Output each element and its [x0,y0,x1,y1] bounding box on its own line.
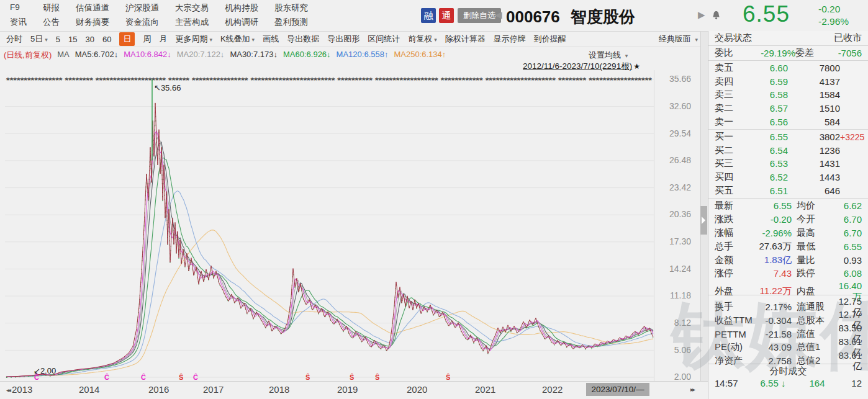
toolbar-item[interactable]: 15 [68,35,77,44]
ma-settings-button[interactable]: 设置均线 ▾ [589,50,628,61]
stat-value: -0.20 [753,214,792,225]
scroll-left-icon[interactable]: ◂◂ [6,387,10,393]
stat-value: 6.70 [835,228,862,238]
toolbar-items: 分时5日▾5153060日周月更多周期▾K线叠加▾画线导出数据导出图形区间统计前… [6,32,574,46]
tick-count: 12 [838,378,862,392]
candlestick-chart[interactable]: **************** ******** **************… [5,70,654,381]
menu-item[interactable]: F9 [4,1,33,16]
stat-row: 总手27.63万最低6.55 [708,240,868,253]
toolbar-item[interactable]: 5日▾ [30,34,48,45]
level-price: 6.60 [743,63,788,73]
chart-toolbar: 分时5日▾5153060日周月更多周期▾K线叠加▾画线导出数据导出图形区间统计前… [0,32,708,47]
stat-label: 涨幅 [715,227,753,239]
event-marker-S: Ŝ [179,374,183,381]
ma-settings-label: 设置均线 [589,50,621,60]
toolbar-item[interactable]: 前复权▾ [408,34,437,45]
toolbar-item[interactable]: 显示停牌 [494,34,526,45]
price-change-block: -0.20 -2.96% [818,3,849,28]
panel-collapse-handle[interactable] [700,206,707,235]
ask-row[interactable]: 卖二6.571510 [708,102,868,115]
menu-item[interactable]: 盈利预测 [268,16,314,30]
toolbar-item[interactable]: 60 [102,35,111,44]
level-price: 6.56 [743,117,788,127]
toolbar-item[interactable]: 导出图形 [327,34,359,45]
stat-value: 83.61亿 [835,350,862,372]
stock-title: 000676 智度股份 [506,6,635,28]
weibi-value: -29.19% [742,48,795,58]
classic-layout-button[interactable]: 经典版面 ▾ [659,34,698,45]
ask-row[interactable]: 卖三6.581584 [708,88,868,102]
ask-row[interactable]: 卖四6.594137 [708,75,868,89]
price-alert-bell-icon[interactable] [712,11,721,24]
stat-value: 1.83亿 [753,254,792,266]
toolbar-item[interactable]: 区间统计 [368,34,400,45]
toolbar-item[interactable]: 画线 [263,34,279,45]
toolbar-item[interactable]: K线叠加▾ [220,34,255,45]
toolbar-item[interactable]: 日 [119,32,135,46]
stat-value: 6.55 [753,200,792,211]
price-line-green [6,104,653,377]
bid-row[interactable]: 买四6.521443 [708,171,868,184]
menu-item[interactable]: 机构持股 [219,1,264,16]
stat-label: 涨跌 [715,213,753,225]
bid-row[interactable]: 买二6.541236 [708,144,868,158]
ma-indicator-row: (日线,前复权)MAMA5:6.702↓MA10:6.842↓MA20:7.12… [4,50,446,61]
menu-item[interactable]: 主营构成 [169,16,215,30]
prev-stock-arrow-icon[interactable]: ◀ [495,9,502,20]
margin-badge-tong[interactable]: 通 [439,8,454,23]
menu-item[interactable]: 沪深股通 [119,1,165,16]
news-marker-band: **************** ******** **************… [6,76,653,85]
stat-label: 总值1 [792,341,835,353]
toolbar-item[interactable]: 到价提醒 [534,34,566,45]
menu-item[interactable]: 机构调研 [219,16,264,30]
menu-item[interactable]: 资讯 [4,16,33,30]
toolbar-item[interactable]: 30 [85,35,94,44]
chevron-down-icon: ▾ [695,37,698,43]
scroll-right-icon[interactable]: ▸▸ [690,386,694,393]
bid-row[interactable]: 买五6.51646 [708,184,868,197]
y-axis-label: 35.66 [654,74,691,84]
level-price: 6.59 [743,76,788,87]
stat-value: 27.63万 [753,241,792,253]
menu-item[interactable]: 财务摘要 [70,16,115,30]
trade-status-label: 交易状态 [715,32,752,44]
toolbar-item[interactable]: 更多周期▾ [175,34,212,45]
menu-item[interactable]: 股东研究 [268,1,314,16]
divider [708,129,868,130]
chevron-down-icon: ▾ [434,37,437,43]
date-range-link[interactable]: 2012/11/6-2023/7/10(2291根)★ [523,61,640,72]
level-price: 6.52 [743,172,788,182]
quote-panel: 交易状态已收市委比-29.19%委差-7056卖五6.607800卖四6.594… [708,31,868,399]
menu-item[interactable]: 估值通道 [70,1,115,16]
menu-item[interactable]: 资金流向 [119,16,165,30]
x-axis-year-label: 2017 [203,384,224,395]
level-label: 卖一 [715,116,743,128]
ask-row[interactable]: 卖五6.607800 [708,61,868,75]
toolbar-item[interactable]: 月 [159,34,167,45]
menu-item[interactable]: 大宗交易 [169,1,215,16]
ask-row[interactable]: 卖一6.56584 [708,115,868,128]
ma-value: MA20:7.122↓ [177,50,225,61]
stat-label: 金额 [715,254,753,266]
x-axis-year-label: 2013 [12,384,32,395]
stat-label: 均价 [792,200,835,212]
margin-badge-rong[interactable]: 融 [421,8,436,23]
menu-item[interactable]: 研报 [37,1,66,16]
scrollbar-thumb[interactable]: 2023/07/10/— [586,383,649,396]
level-volume: 1443 [788,172,840,182]
price-line [6,103,653,377]
next-stock-arrow-icon[interactable]: ▶ [698,9,705,20]
level-label: 买五 [715,185,743,197]
menu-item[interactable]: 公告 [37,16,66,30]
bid-row[interactable]: 买三6.531431 [708,157,868,171]
bid-row[interactable]: 买一6.553802+3225 [708,130,868,144]
toolbar-item[interactable]: 分时 [6,34,22,45]
level-price: 6.51 [743,186,788,196]
toolbar-item[interactable]: 导出数据 [287,34,319,45]
level-volume: 646 [788,186,840,196]
toolbar-item[interactable]: 5 [56,35,60,44]
stat-label: PE(动) [715,341,753,353]
toolbar-item[interactable]: 除权计算器 [445,34,486,45]
x-axis-year-label: 2016 [148,384,169,395]
toolbar-item[interactable]: 周 [143,34,151,45]
